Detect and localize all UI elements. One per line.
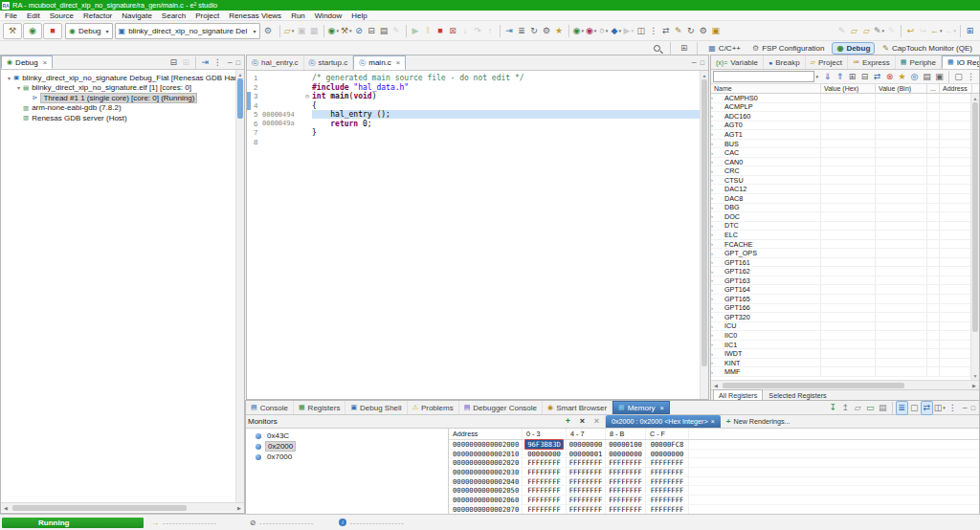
debug-tree-item[interactable]: ⊳Thread #1 1 (single core) [core: 0] (Ru… <box>1 93 244 103</box>
find-register-button[interactable]: ◎ <box>908 70 921 84</box>
expander-icon[interactable]: › <box>711 177 724 183</box>
perspective-captouch-monitor-qe[interactable]: ✎CapTouch Monitor (QE) <box>879 43 976 54</box>
layout-button[interactable]: ▢ <box>952 70 965 84</box>
collapse-all-button[interactable]: ⊟ <box>167 55 180 70</box>
disconnect-button[interactable]: ⊠ <box>447 24 459 38</box>
menu-item-help[interactable]: Help <box>351 11 367 20</box>
line-number[interactable]: 4 <box>251 101 262 110</box>
expander-icon[interactable]: › <box>711 287 724 293</box>
memory-value-cell[interactable]: FFFFFFFF <box>567 486 606 495</box>
menu-item-edit[interactable]: Edit <box>27 11 40 20</box>
register-row[interactable]: ›BUS <box>711 140 979 149</box>
save-all-button[interactable]: ▦ <box>308 24 321 38</box>
editor-tab-main-c[interactable]: ⓒmain.c× <box>353 55 406 70</box>
column-header-name[interactable]: Name <box>711 84 821 93</box>
debug-tree-item[interactable]: ▾▣blinky_direct_xip_no_signature Debug_F… <box>1 73 244 83</box>
print-button[interactable]: ▤ <box>921 70 933 84</box>
memory-address-cell[interactable]: 0000000000002040 <box>449 477 523 486</box>
editor-vertical-scrollbar[interactable]: ▲ <box>700 71 708 399</box>
close-icon[interactable]: × <box>396 58 400 67</box>
open-element-button[interactable]: ▱ <box>860 24 873 38</box>
register-row[interactable]: ›KINT <box>711 359 979 368</box>
expander-icon[interactable]: › <box>711 141 724 146</box>
code-text[interactable]: return 0; <box>312 120 708 128</box>
mark-occurrences-button[interactable]: ✎ <box>390 24 403 38</box>
register-row[interactable]: ›IIC1 <box>711 341 979 350</box>
perspective-debug[interactable]: ◉Debug <box>832 42 875 55</box>
menu-item-search[interactable]: Search <box>162 11 186 20</box>
compare-button[interactable]: ◫ <box>635 24 647 38</box>
trace-button[interactable]: ◆▾ <box>610 24 622 38</box>
menu-item-window[interactable]: Window <box>315 11 342 20</box>
expander-icon[interactable]: › <box>711 131 724 137</box>
expander-icon[interactable]: › <box>711 122 724 128</box>
view-columns-button[interactable]: ⋮ <box>647 24 659 38</box>
memory-value-cell[interactable]: FFFFFFFF <box>606 468 646 476</box>
memory-value-cell[interactable]: FFFFFFFF <box>567 496 606 504</box>
menu-item-source[interactable]: Source <box>50 11 74 20</box>
tab-debugger-console[interactable]: ▤Debugger Console <box>459 401 543 414</box>
step-into-button[interactable]: ↓ <box>459 24 472 38</box>
scroll-up-icon[interactable]: ▲ <box>236 70 244 78</box>
instruction-stepping-button[interactable]: ⇥ <box>503 24 516 38</box>
tab-console[interactable]: ▤Console <box>246 401 294 414</box>
memory-value-cell[interactable]: 00000000 <box>606 450 646 458</box>
clear-button[interactable]: ⊗ <box>883 70 896 84</box>
tab-problems[interactable]: ⚠Problems <box>408 401 459 414</box>
memory-value-cell[interactable]: FFFFFFFF <box>606 486 646 495</box>
line-number[interactable]: 3 <box>251 92 262 100</box>
memory-address-cell[interactable]: 0000000000002020 <box>449 458 523 467</box>
tab-io-regi[interactable]: ▦IO Regi× <box>942 55 979 69</box>
expand-all-button[interactable]: ⊞ <box>846 70 858 84</box>
code-text[interactable]: int main(void) <box>312 92 708 100</box>
rendering-tab-new-renderings[interactable]: +New Renderings... <box>721 415 796 428</box>
favorites-button[interactable]: ★ <box>896 70 908 84</box>
column-header-value-bin[interactable]: Value (Bin) <box>876 84 927 93</box>
expander-icon[interactable]: › <box>711 95 724 100</box>
launch-config-gear-button[interactable]: ⚙ <box>262 24 275 38</box>
memory-value-cell[interactable]: FFFFFFFF <box>606 505 646 514</box>
external-tools-button[interactable]: ✎ <box>835 24 848 38</box>
debug-bug-button[interactable]: ◉ <box>23 23 42 39</box>
debug-horizontal-scrollbar[interactable]: ◀ ▶ <box>1 502 244 512</box>
suspend-button[interactable]: ‖ <box>422 24 434 38</box>
expander-icon[interactable]: › <box>711 223 724 229</box>
launch-config-combo[interactable]: ▣ blinky_direct_xip_no_signature Del ▾ <box>115 23 260 39</box>
selected-memory-cell[interactable]: 96F3B83D <box>524 439 564 450</box>
profile-button[interactable]: ○▾ <box>597 24 610 38</box>
back-button[interactable]: ←▾ <box>929 24 944 38</box>
code-text[interactable]: } <box>312 128 708 137</box>
flash-programmer-button[interactable]: ★ <box>553 24 566 38</box>
debug-tree-item[interactable]: ▾▤blinky_direct_xip_no_signature.elf [1]… <box>1 83 244 94</box>
scroll-left-icon[interactable]: ◀ <box>711 383 721 388</box>
print-memory-button[interactable]: ▤ <box>877 401 889 415</box>
expander-icon[interactable]: › <box>711 251 724 256</box>
build-history-button[interactable]: ⚒▾ <box>340 24 353 38</box>
new-wizard-button[interactable]: ▱▾ <box>283 24 296 38</box>
memory-address-cell[interactable]: 0000000000002060 <box>449 496 523 504</box>
memory-address-cell[interactable]: 0000000000002070 <box>449 505 523 514</box>
scroll-up-icon[interactable]: ▲ <box>971 94 979 102</box>
coverage-button[interactable]: ◉▾ <box>585 24 597 38</box>
expander-icon[interactable]: › <box>711 332 724 338</box>
memory-value-cell[interactable]: 00000000 <box>523 450 567 458</box>
register-row[interactable]: ›ACMPHS0 <box>711 94 979 103</box>
register-row[interactable]: ›DOC <box>711 212 979 222</box>
register-row[interactable]: ›GPT_OPS <box>711 249 979 258</box>
memory-value-cell[interactable]: 00000000 <box>567 440 606 449</box>
code-text[interactable]: { <box>312 101 708 110</box>
register-row[interactable]: ›CAN0 <box>711 158 979 167</box>
register-horizontal-scrollbar[interactable]: ◀ ▶ <box>711 380 979 389</box>
expander-icon[interactable]: › <box>711 241 724 247</box>
import-memory-button[interactable]: ↧ <box>827 401 839 415</box>
link-renderings-button[interactable]: ⇄ <box>921 401 933 415</box>
maximize-icon[interactable]: □ <box>701 59 704 66</box>
terminate-button[interactable]: ■ <box>434 24 447 38</box>
memory-column-header-address[interactable]: Address <box>449 429 523 439</box>
editor-tab-hal-entry-c[interactable]: ⓒhal_entry.c <box>247 55 304 70</box>
memory-value-cell[interactable]: 00000FC8 <box>646 440 689 449</box>
menu-item-renesas-views[interactable]: Renesas Views <box>229 11 281 20</box>
skip-all-breakpoints-button[interactable]: ⊘ <box>353 24 366 38</box>
debugger-settings-button[interactable]: ⚙ <box>541 24 553 38</box>
debug-tree-item[interactable]: ▥arm-none-eabi-gdb (7.8.2) <box>1 103 244 114</box>
